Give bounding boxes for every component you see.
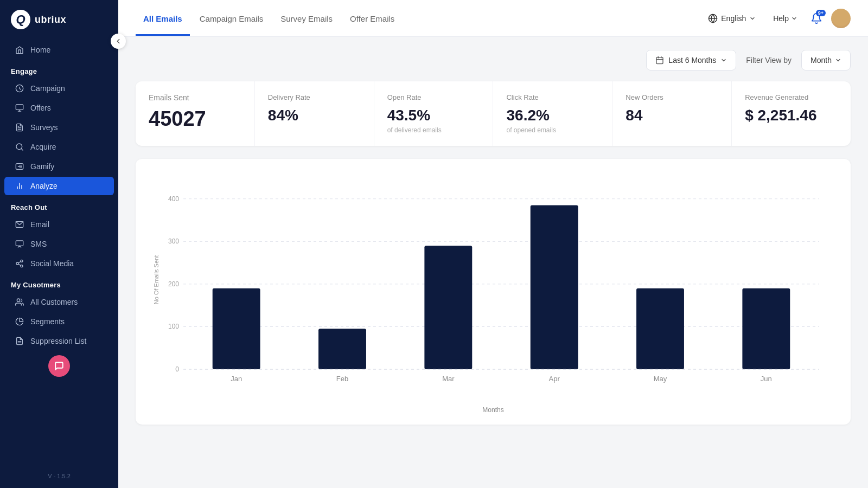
sidebar-item-social-media[interactable]: Social Media bbox=[4, 254, 114, 273]
svg-rect-45 bbox=[424, 246, 472, 369]
sidebar-item-label-offers: Offers bbox=[30, 104, 51, 112]
sidebar-section-reachout: Reach Out bbox=[0, 196, 118, 215]
svg-rect-51 bbox=[742, 288, 790, 369]
social-icon bbox=[15, 259, 24, 268]
chat-button[interactable] bbox=[48, 355, 70, 377]
sidebar-item-label-segments: Segments bbox=[30, 317, 65, 326]
sidebar-item-gamify[interactable]: Gamify bbox=[4, 157, 114, 176]
svg-rect-43 bbox=[318, 329, 366, 369]
stat-label: Click Rate bbox=[506, 93, 599, 101]
stat-value: 43.5% bbox=[387, 107, 480, 124]
sidebar-item-label-campaign: Campaign bbox=[30, 84, 65, 93]
svg-text:300: 300 bbox=[168, 237, 179, 245]
sidebar-item-campaign[interactable]: Campaign bbox=[4, 79, 114, 98]
notification-button[interactable]: 9+ bbox=[810, 12, 822, 24]
sidebar-item-offers[interactable]: Offers bbox=[4, 99, 114, 117]
sidebar-item-all-customers[interactable]: All Customers bbox=[4, 293, 114, 311]
sidebar-item-label-all-customers: All Customers bbox=[30, 298, 78, 306]
chart-container: 0100200300400No Of Emails SentJanFebMarA… bbox=[136, 159, 851, 425]
bar-chart: 0100200300400No Of Emails SentJanFebMarA… bbox=[151, 174, 835, 402]
sidebar-item-label-analyze: Analyze bbox=[30, 182, 58, 190]
sidebar-item-home[interactable]: Home bbox=[4, 41, 114, 59]
help-button[interactable]: Help bbox=[769, 11, 802, 26]
sidebar-item-label-surveys: Surveys bbox=[30, 123, 58, 132]
logo-icon: Q bbox=[11, 10, 30, 29]
svg-line-7 bbox=[21, 149, 23, 150]
tab-all-emails[interactable]: All Emails bbox=[136, 1, 190, 36]
acquire-icon bbox=[15, 143, 24, 151]
stat-sub: of delivered emails bbox=[387, 126, 480, 134]
tab-campaign-emails[interactable]: Campaign Emails bbox=[192, 1, 271, 36]
sidebar-item-segments[interactable]: Segments bbox=[4, 312, 114, 331]
user-avatar[interactable] bbox=[831, 9, 851, 28]
language-selector[interactable]: English bbox=[704, 10, 760, 27]
filter-view-label: Filter View by bbox=[746, 56, 792, 65]
svg-text:200: 200 bbox=[168, 280, 179, 288]
sidebar-item-label-acquire: Acquire bbox=[30, 143, 56, 151]
suppression-icon bbox=[15, 337, 24, 345]
stat-card-delivery-rate: Delivery Rate 84% bbox=[255, 81, 374, 146]
sidebar-item-label-sms: SMS bbox=[30, 240, 47, 248]
stat-card-new-orders: New Orders 84 bbox=[612, 81, 732, 146]
stat-value: 45027 bbox=[149, 107, 241, 131]
sms-icon bbox=[15, 240, 24, 248]
chevron-down-icon-date bbox=[720, 57, 727, 63]
offers-icon bbox=[15, 104, 24, 112]
tab-offer-emails[interactable]: Offer Emails bbox=[342, 1, 402, 36]
language-label: English bbox=[721, 14, 746, 23]
stat-value: 36.2% bbox=[506, 107, 599, 124]
sidebar-item-label-gamify: Gamify bbox=[30, 162, 54, 171]
surveys-icon bbox=[15, 123, 24, 132]
sidebar-item-surveys[interactable]: Surveys bbox=[4, 118, 114, 137]
filter-view-selector[interactable]: Month bbox=[801, 50, 851, 70]
stat-cards: Emails Sent 45027 Delivery Rate 84% Open… bbox=[136, 81, 851, 146]
svg-point-9 bbox=[21, 166, 21, 166]
svg-point-21 bbox=[17, 299, 20, 301]
logo: Q ubriux bbox=[0, 0, 118, 40]
chat-icon bbox=[54, 361, 64, 371]
sidebar-item-label-social: Social Media bbox=[30, 259, 74, 268]
svg-text:400: 400 bbox=[168, 195, 179, 203]
version-label: V - 1.5.2 bbox=[0, 467, 118, 481]
page-content: Last 6 Months Filter View by Month Email… bbox=[118, 37, 868, 488]
translate-icon bbox=[708, 14, 718, 23]
stat-value: 84 bbox=[626, 107, 718, 124]
tab-bar: All Emails Campaign Emails Survey Emails… bbox=[136, 1, 704, 36]
date-range-filter[interactable]: Last 6 Months bbox=[646, 50, 736, 70]
sidebar-item-acquire[interactable]: Acquire bbox=[4, 138, 114, 156]
svg-line-19 bbox=[18, 264, 21, 266]
topnav-right-actions: English Help 9+ bbox=[704, 9, 851, 28]
sidebar-item-label-home: Home bbox=[30, 46, 50, 54]
top-navigation: All Emails Campaign Emails Survey Emails… bbox=[118, 0, 868, 37]
all-customers-icon bbox=[15, 298, 24, 306]
chevron-left-icon bbox=[114, 37, 122, 45]
stat-label: Open Rate bbox=[387, 93, 480, 101]
stat-card-emails-sent: Emails Sent 45027 bbox=[136, 81, 255, 146]
svg-text:Jun: Jun bbox=[761, 375, 772, 383]
sidebar-toggle-button[interactable] bbox=[111, 34, 126, 49]
sidebar-item-email[interactable]: Email bbox=[4, 215, 114, 234]
chart-area: 0100200300400No Of Emails SentJanFebMarA… bbox=[151, 174, 835, 402]
svg-point-10 bbox=[21, 167, 21, 168]
svg-rect-49 bbox=[636, 288, 684, 369]
date-range-label: Last 6 Months bbox=[668, 56, 716, 65]
sidebar-item-analyze[interactable]: Analyze bbox=[4, 177, 114, 195]
stat-label: Delivery Rate bbox=[268, 93, 361, 101]
sidebar-item-suppression[interactable]: Suppression List bbox=[4, 332, 114, 350]
analyze-icon bbox=[15, 182, 24, 190]
sidebar-item-sms[interactable]: SMS bbox=[4, 235, 114, 253]
svg-text:May: May bbox=[654, 375, 667, 383]
stat-card-open-rate: Open Rate 43.5% of delivered emails bbox=[374, 81, 494, 146]
svg-text:100: 100 bbox=[168, 323, 179, 330]
chevron-down-icon bbox=[749, 15, 756, 22]
filter-bar: Last 6 Months Filter View by Month bbox=[136, 50, 851, 70]
email-icon bbox=[15, 220, 24, 229]
svg-rect-15 bbox=[16, 241, 23, 246]
stat-label: Revenue Generated bbox=[745, 93, 838, 101]
sidebar-item-label-email: Email bbox=[30, 220, 49, 229]
svg-text:No Of Emails Sent: No Of Emails Sent bbox=[153, 255, 159, 304]
svg-text:Apr: Apr bbox=[549, 375, 560, 383]
tab-survey-emails[interactable]: Survey Emails bbox=[273, 1, 340, 36]
svg-text:0: 0 bbox=[175, 365, 179, 373]
sidebar-section-engage: Engage bbox=[0, 60, 118, 79]
